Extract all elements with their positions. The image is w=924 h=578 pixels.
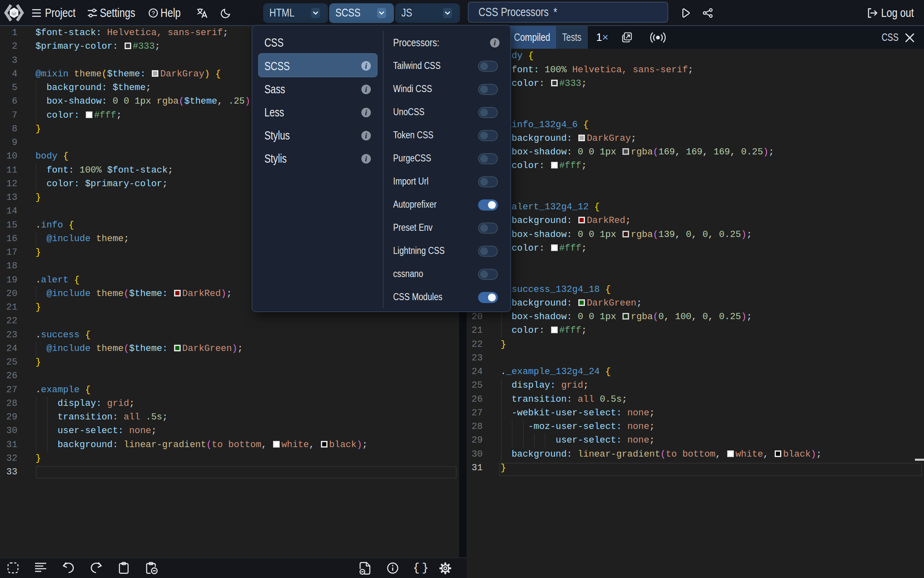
svg-text:?: ?	[151, 10, 155, 17]
